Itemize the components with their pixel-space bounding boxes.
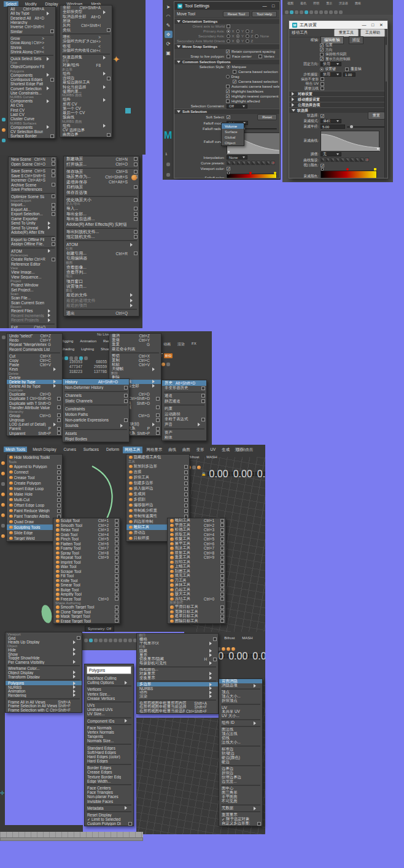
menu-item[interactable]: Scrape Tool <box>53 569 120 574</box>
menu-item[interactable]: 顶点法线 <box>219 732 262 736</box>
world-y-radio[interactable] <box>236 39 240 43</box>
menu-item[interactable]: Recent Projects <box>9 318 56 323</box>
section-orientation[interactable]: Orientation Settings <box>174 18 279 24</box>
menu-item[interactable]: 全部Ctrl+Shift+A <box>60 6 112 10</box>
menu-item[interactable]: 指定脱机文件... <box>64 234 139 239</box>
menu-item[interactable]: 面法线 <box>219 728 262 732</box>
option-box[interactable] <box>115 615 118 618</box>
menu-item[interactable]: InverseCtrl+Shift+I <box>8 25 55 29</box>
menu-item[interactable]: 喷射工具Ctrl+8 <box>168 551 225 556</box>
option-box[interactable] <box>115 547 118 550</box>
menu-item[interactable]: Erase Target Tool <box>53 619 120 624</box>
view-icon[interactable] <box>295 10 298 14</box>
option-box[interactable] <box>220 597 224 601</box>
menu-item[interactable]: Components <box>8 73 55 77</box>
symmetry-status[interactable]: Symmetry: Off <box>85 626 114 632</box>
option-box[interactable] <box>220 583 224 587</box>
menu-item[interactable]: Create Reference...Ctrl+R <box>9 257 56 262</box>
menu-item[interactable]: Append to Polygon <box>7 464 62 469</box>
menu-item[interactable]: 放大工具 <box>168 592 225 597</box>
option-box[interactable] <box>134 230 138 234</box>
tab-item[interactable]: Bifrost <box>222 636 236 640</box>
option-box[interactable] <box>213 658 217 661</box>
menu-item[interactable]: Toggle Show/Hide <box>6 656 82 660</box>
menu-item[interactable]: Shrink Along LoopCtrl+< <box>8 50 55 54</box>
toolkit-icon[interactable] <box>128 639 132 642</box>
option-box[interactable] <box>220 619 224 623</box>
menu-item[interactable]: 刮擦工具 <box>168 569 225 574</box>
menu-item[interactable]: 雕刻工具Ctrl+1 <box>168 518 225 523</box>
menu-item[interactable]: 元数据 <box>219 806 262 810</box>
tool-icon[interactable] <box>1 524 5 528</box>
option-box[interactable] <box>50 29 54 33</box>
tab-item[interactable]: Mesh Display <box>31 447 58 452</box>
gradient-stop-black[interactable] <box>227 172 230 174</box>
tab-item[interactable]: 渲染 <box>176 341 187 348</box>
soft-reset-button[interactable]: 重置 <box>368 112 385 120</box>
tab-item[interactable]: 着色 <box>298 1 308 6</box>
highlight-backfaces-checkbox[interactable] <box>226 90 230 93</box>
menu-item[interactable]: 未共享 UV <box>219 710 262 714</box>
menu-item[interactable]: Save Scene As...Ctrl+Shift+S <box>9 174 56 179</box>
menu-item[interactable]: Reference Editor <box>9 262 56 267</box>
menu-item[interactable]: 平滑工具Ctrl+2 <box>168 523 225 528</box>
menu-item[interactable]: Smooth Target Tool <box>53 605 120 610</box>
menu-item[interactable]: PasteCtrl+V <box>7 363 62 367</box>
menu-item[interactable]: Crease Edges <box>85 770 133 774</box>
menu-item[interactable]: ATOM <box>9 249 56 254</box>
menu-item[interactable]: Grid <box>6 636 82 640</box>
menu-item[interactable]: Smear Tool <box>53 583 120 588</box>
option-box[interactable] <box>134 198 138 202</box>
menu-item[interactable]: 刚体 <box>162 435 206 440</box>
option-box[interactable] <box>134 207 138 210</box>
menu-item[interactable]: Export to Offline File... <box>9 237 56 242</box>
view-icon[interactable] <box>300 10 303 14</box>
menu-item[interactable]: ExitCtrl+Q <box>9 325 56 329</box>
menu-item[interactable]: 剪切Ctrl+X <box>109 354 161 358</box>
option-box[interactable] <box>220 610 224 613</box>
view-icon[interactable] <box>290 10 293 14</box>
menu-item[interactable]: Sculpt ToolCtrl+1 <box>53 518 120 523</box>
toolkit-icon[interactable] <box>118 639 122 642</box>
option-box[interactable] <box>156 427 160 431</box>
dropdown-option[interactable]: Global <box>222 134 244 140</box>
falloff-curve-graph[interactable] <box>320 131 379 152</box>
option-box[interactable] <box>57 431 61 435</box>
menu-item[interactable]: 收拢工具Ctrl+5 <box>168 537 225 542</box>
secondary-y-radio[interactable] <box>236 34 240 38</box>
menu-item[interactable]: 反向Ctrl+Shift+I <box>60 23 112 28</box>
view-icon[interactable] <box>324 10 328 14</box>
option-box[interactable] <box>134 170 138 174</box>
menu-item[interactable]: Normals Size... <box>85 739 133 743</box>
menu-item[interactable]: 粘贴Ctrl+V <box>109 363 161 367</box>
option-box[interactable] <box>220 574 224 578</box>
option-box[interactable] <box>77 636 80 640</box>
constraint-dropdown[interactable]: Off <box>227 104 247 109</box>
preset-icon[interactable] <box>340 158 344 162</box>
menu-item[interactable]: Recent Commands List <box>7 347 62 351</box>
menu-item[interactable]: 线框颜色... <box>137 668 218 672</box>
menu-item[interactable]: Object/ComponentF8 <box>8 64 55 69</box>
step-snap-dropdown[interactable]: 禁用 <box>320 72 341 77</box>
view-icon[interactable] <box>309 10 313 14</box>
gradient-stop-red[interactable] <box>346 168 349 171</box>
menu-item[interactable]: Assets <box>63 431 129 436</box>
option-box[interactable] <box>201 386 205 390</box>
menu-item[interactable]: Hide <box>6 648 82 652</box>
menu-item[interactable]: NURBS <box>137 686 218 691</box>
preset-icon[interactable] <box>241 161 246 165</box>
menu-item[interactable]: 渲染 <box>137 694 218 699</box>
toolkit-icon[interactable] <box>114 639 117 642</box>
menu-item[interactable]: Create Polygon <box>7 480 62 486</box>
menu-item[interactable]: HistoryAlt+Shift+D <box>63 379 129 385</box>
option-box[interactable] <box>107 77 111 80</box>
option-box[interactable] <box>124 418 128 422</box>
menu-item[interactable]: 在所有视图中框显所有内容Shift+A <box>137 701 218 705</box>
menu-item[interactable]: 平视显示仪 <box>137 642 218 646</box>
menu-item[interactable]: 沿循环方向扩大Ctrl+> <box>60 39 112 44</box>
camera-based-2-checkbox[interactable] <box>233 80 236 83</box>
option-box[interactable] <box>134 163 138 166</box>
menu-item[interactable]: 折痕工具 <box>126 475 189 480</box>
menu-item[interactable]: Bulge Tool <box>53 588 120 593</box>
menu-item[interactable]: 附加到多边形 <box>126 464 189 469</box>
